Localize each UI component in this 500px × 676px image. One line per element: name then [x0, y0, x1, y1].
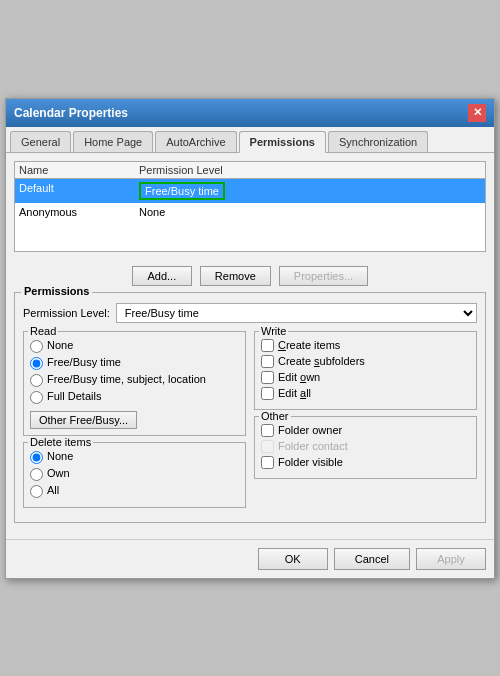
window-title: Calendar Properties [14, 106, 128, 120]
read-none-label: None [47, 339, 73, 351]
write-edit-all: Edit all [261, 387, 470, 400]
read-freebusy-subject-radio[interactable] [30, 374, 43, 387]
tab-general[interactable]: General [10, 131, 71, 152]
delete-option-none: None [30, 450, 239, 464]
table-header: Name Permission Level [15, 162, 485, 179]
tab-synchronization[interactable]: Synchronization [328, 131, 428, 152]
read-full-details-label: Full Details [47, 390, 101, 402]
permissions-group: Permissions Permission Level: Free/Busy … [14, 292, 486, 523]
delete-all-radio[interactable] [30, 485, 43, 498]
apply-button[interactable]: Apply [416, 548, 486, 570]
read-full-details-radio[interactable] [30, 391, 43, 404]
folder-owner-label: Folder owner [278, 424, 342, 436]
edit-all-label: Edit all [278, 387, 311, 399]
read-option-none: None [30, 339, 239, 353]
other-folder-visible: Folder visible [261, 456, 470, 469]
read-freebusy-radio[interactable] [30, 357, 43, 370]
read-option-full-details: Full Details [30, 390, 239, 404]
create-subfolders-label: Create subfolders [278, 355, 365, 367]
row-level: Free/Busy time [139, 182, 225, 200]
read-freebusy-label: Free/Busy time [47, 356, 121, 368]
title-bar: Calendar Properties ✕ [6, 99, 494, 127]
other-folder-contact: Folder contact [261, 440, 470, 453]
write-edit-own: Edit own [261, 371, 470, 384]
write-group-label: Write [259, 325, 288, 337]
row-level: None [139, 206, 165, 218]
table-row[interactable]: Anonymous None [15, 203, 485, 221]
read-option-freebusy: Free/Busy time [30, 356, 239, 370]
calendar-properties-window: Calendar Properties ✕ General Home Page … [5, 98, 495, 579]
folder-visible-checkbox[interactable] [261, 456, 274, 469]
read-group: Read None Free/Busy time Free/Busy time,… [23, 331, 246, 436]
read-option-freebusy-subject: Free/Busy time, subject, location [30, 373, 239, 387]
permissions-table: Name Permission Level Default Free/Busy … [14, 161, 486, 252]
create-items-label: Create items [278, 339, 340, 351]
other-free-busy-button[interactable]: Other Free/Busy... [30, 411, 137, 429]
delete-none-label: None [47, 450, 73, 462]
col-header-level: Permission Level [139, 164, 223, 176]
permission-level-row: Permission Level: Free/Busy time [23, 303, 477, 323]
properties-button[interactable]: Properties... [279, 266, 368, 286]
edit-all-checkbox[interactable] [261, 387, 274, 400]
write-create-subfolders: Create subfolders [261, 355, 470, 368]
folder-visible-label: Folder visible [278, 456, 343, 468]
permission-level-badge: Free/Busy time [139, 182, 225, 200]
delete-option-all: All [30, 484, 239, 498]
bottom-buttons: OK Cancel Apply [6, 539, 494, 578]
delete-group-label: Delete items [28, 436, 93, 448]
ok-button[interactable]: OK [258, 548, 328, 570]
delete-all-label: All [47, 484, 59, 496]
delete-none-radio[interactable] [30, 451, 43, 464]
other-group: Other Folder owner Folder contact Folder… [254, 416, 477, 479]
row-name: Anonymous [19, 206, 139, 218]
folder-contact-label: Folder contact [278, 440, 348, 452]
delete-option-own: Own [30, 467, 239, 481]
left-col: Read None Free/Busy time Free/Busy time,… [23, 331, 246, 514]
table-row[interactable]: Default Free/Busy time [15, 179, 485, 203]
row-name: Default [19, 182, 139, 200]
tab-content: Name Permission Level Default Free/Busy … [6, 153, 494, 539]
delete-own-label: Own [47, 467, 70, 479]
table-empty-space [15, 221, 485, 251]
create-subfolders-checkbox[interactable] [261, 355, 274, 368]
edit-own-label: Edit own [278, 371, 320, 383]
add-button[interactable]: Add... [132, 266, 192, 286]
tab-homepage[interactable]: Home Page [73, 131, 153, 152]
write-create-items: Create items [261, 339, 470, 352]
tab-bar: General Home Page AutoArchive Permission… [6, 127, 494, 153]
read-group-label: Read [28, 325, 58, 337]
read-none-radio[interactable] [30, 340, 43, 353]
permission-level-select[interactable]: Free/Busy time [116, 303, 477, 323]
permissions-group-label: Permissions [21, 285, 92, 297]
close-button[interactable]: ✕ [468, 104, 486, 122]
tab-autoarchive[interactable]: AutoArchive [155, 131, 236, 152]
folder-owner-checkbox[interactable] [261, 424, 274, 437]
other-folder-owner: Folder owner [261, 424, 470, 437]
col-header-name: Name [19, 164, 139, 176]
tab-permissions[interactable]: Permissions [239, 131, 326, 153]
edit-own-checkbox[interactable] [261, 371, 274, 384]
remove-button[interactable]: Remove [200, 266, 271, 286]
folder-contact-checkbox[interactable] [261, 440, 274, 453]
read-freebusy-subject-label: Free/Busy time, subject, location [47, 373, 206, 385]
write-group: Write Create items Create subfolders Edi… [254, 331, 477, 410]
permissions-columns: Read None Free/Busy time Free/Busy time,… [23, 331, 477, 514]
permission-level-label: Permission Level: [23, 307, 110, 319]
delete-group: Delete items None Own All [23, 442, 246, 508]
delete-own-radio[interactable] [30, 468, 43, 481]
create-items-checkbox[interactable] [261, 339, 274, 352]
other-group-label: Other [259, 410, 291, 422]
right-col: Write Create items Create subfolders Edi… [254, 331, 477, 514]
cancel-button[interactable]: Cancel [334, 548, 410, 570]
